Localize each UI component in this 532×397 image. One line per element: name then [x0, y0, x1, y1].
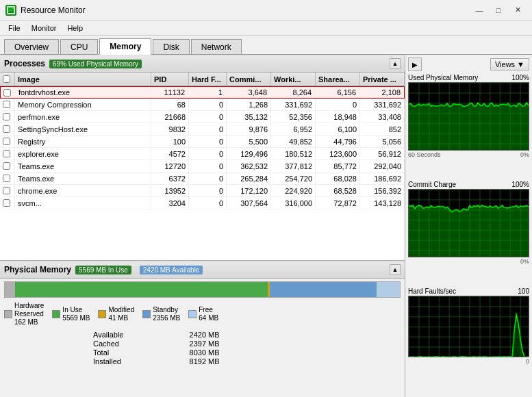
row-hardf: 0 [189, 185, 227, 196]
row-check[interactable] [0, 99, 15, 110]
chart-zero-row: 0 [408, 358, 529, 365]
table-row[interactable]: SettingSyncHost.exe 9832 0 9,876 6,952 6… [0, 123, 405, 136]
titlebar: Resource Monitor — □ ✕ [0, 0, 532, 21]
row-commit: 5,500 [227, 136, 271, 147]
row-image: Teams.exe [15, 172, 151, 184]
row-working: 52,356 [271, 111, 316, 123]
row-image: explorer.exe [15, 148, 151, 159]
row-private: 143,128 [360, 197, 405, 209]
menu-help[interactable]: Help [62, 23, 88, 34]
tab-overview[interactable]: Overview [4, 39, 59, 54]
row-check[interactable] [0, 197, 15, 209]
row-commit: 3,648 [226, 87, 270, 98]
row-hardf: 1 [188, 87, 226, 98]
row-check[interactable] [0, 172, 15, 184]
minimize-button[interactable]: — [470, 3, 488, 17]
chart-hardfaults: Hard Faults/sec 100 0 [408, 287, 529, 392]
memory-bar-free [377, 282, 401, 297]
chart-title-2: Commit Charge [408, 181, 456, 188]
maximize-button[interactable]: □ [490, 3, 507, 17]
tab-disk[interactable]: Disk [153, 39, 189, 54]
col-pid[interactable]: PID [151, 73, 189, 86]
row-commit: 129,496 [227, 148, 271, 159]
table-row[interactable]: Registry 100 0 5,500 49,852 44,796 5,056 [0, 136, 405, 148]
menu-monitor[interactable]: Monitor [26, 23, 62, 34]
views-button[interactable]: Views ▼ [490, 58, 529, 71]
table-row[interactable]: svcm... 3204 0 307,564 316,000 72,872 14… [0, 197, 405, 209]
memory-collapse-btn[interactable]: ▲ [390, 264, 401, 275]
table-row[interactable]: Teams.exe 12720 0 362,532 377,812 85,772… [0, 160, 405, 172]
row-private: 5,056 [360, 136, 405, 147]
col-commit[interactable]: Commi... [227, 73, 271, 86]
row-commit: 265,284 [227, 172, 271, 184]
table-body: fontdrvhost.exe 11132 1 3,648 8,264 6,15… [0, 86, 405, 260]
table-row[interactable]: perfmon.exe 21668 0 35,132 52,356 18,948… [0, 111, 405, 123]
memory-bar-hw [5, 282, 15, 297]
memory-legend: HardwareReserved162 MB In Use5569 MB Mod… [0, 300, 405, 328]
col-working[interactable]: Worki... [271, 73, 316, 86]
tab-memory[interactable]: Memory [99, 38, 151, 55]
row-commit: 1,268 [227, 99, 271, 110]
row-pid: 4572 [151, 148, 189, 159]
table-row[interactable]: Teams.exe 6372 0 265,284 254,720 68,028 … [0, 172, 405, 185]
right-panel: ▶ Views ▼ Used Physical Memory 100% 60 S… [405, 55, 532, 397]
row-shareable: 123,600 [316, 148, 360, 159]
table-row[interactable]: fontdrvhost.exe 11132 1 3,648 8,264 6,15… [0, 86, 405, 99]
processes-badge: 69% Used Physical Memory [49, 60, 142, 68]
total-value: 8030 MB [190, 348, 280, 357]
row-check[interactable] [0, 185, 15, 196]
row-image: perfmon.exe [15, 111, 151, 123]
left-panel: Processes 69% Used Physical Memory ▲ Ima… [0, 55, 405, 397]
available-value: 2420 MB [190, 331, 280, 339]
process-table: Image PID Hard F... Commi... Worki... Sh… [0, 73, 405, 260]
row-working: 377,812 [271, 160, 316, 172]
chart-pct-2: 100% [511, 181, 529, 188]
chart-pct-bottom-row-2: 0% [408, 258, 529, 265]
row-hardf: 0 [189, 172, 227, 184]
table-header: Image PID Hard F... Commi... Worki... Sh… [0, 73, 405, 86]
col-hardf[interactable]: Hard F... [189, 73, 227, 86]
row-working: 180,512 [271, 148, 316, 159]
row-commit: 362,532 [227, 160, 271, 172]
tab-cpu[interactable]: CPU [60, 39, 98, 54]
total-label: Total [93, 348, 184, 357]
row-pid: 12720 [151, 160, 189, 172]
legend-hw-reserved: HardwareReserved162 MB [4, 302, 44, 326]
chart-canvas-2 [408, 189, 529, 257]
row-shareable: 68,528 [316, 185, 360, 196]
col-private[interactable]: Private ... [360, 73, 405, 86]
col-image[interactable]: Image [15, 73, 151, 86]
table-row[interactable]: chrome.exe 13952 0 172,120 224,920 68,52… [0, 185, 405, 197]
row-hardf: 0 [189, 197, 227, 209]
col-shareable[interactable]: Sharea... [316, 73, 360, 86]
chart-nav-btn[interactable]: ▶ [408, 57, 422, 71]
menu-file[interactable]: File [3, 23, 26, 34]
row-check[interactable] [1, 87, 16, 98]
tab-network[interactable]: Network [191, 39, 242, 54]
processes-collapse-btn[interactable]: ▲ [390, 58, 401, 69]
row-check[interactable] [0, 148, 15, 159]
row-check[interactable] [0, 136, 15, 147]
row-private: 56,912 [360, 148, 405, 159]
table-row[interactable]: Memory Compression 68 0 1,268 331,692 0 … [0, 99, 405, 111]
chart-zero-3: 0 [526, 358, 529, 365]
close-button[interactable]: ✕ [509, 3, 527, 17]
chart-pct-1: 100% [511, 74, 529, 81]
row-shareable: 6,156 [315, 87, 359, 98]
row-hardf: 0 [189, 123, 227, 135]
row-working: 331,692 [271, 99, 316, 110]
table-row[interactable]: explorer.exe 4572 0 129,496 180,512 123,… [0, 148, 405, 160]
row-shareable: 6,100 [316, 123, 360, 135]
row-private: 2,108 [359, 87, 404, 98]
row-check[interactable] [0, 111, 15, 123]
row-pid: 3204 [151, 197, 189, 209]
row-check[interactable] [0, 160, 15, 172]
chart-time-row: 60 Seconds 0% [408, 151, 529, 158]
row-pid: 68 [151, 99, 189, 110]
row-shareable: 18,948 [316, 111, 360, 123]
select-all-checkbox[interactable] [3, 75, 10, 83]
row-image: svcm... [15, 197, 151, 209]
memory-stats: Available 2420 MB Cached 2397 MB Total 8… [0, 328, 405, 368]
row-pid: 13952 [151, 185, 189, 196]
row-check[interactable] [0, 123, 15, 135]
